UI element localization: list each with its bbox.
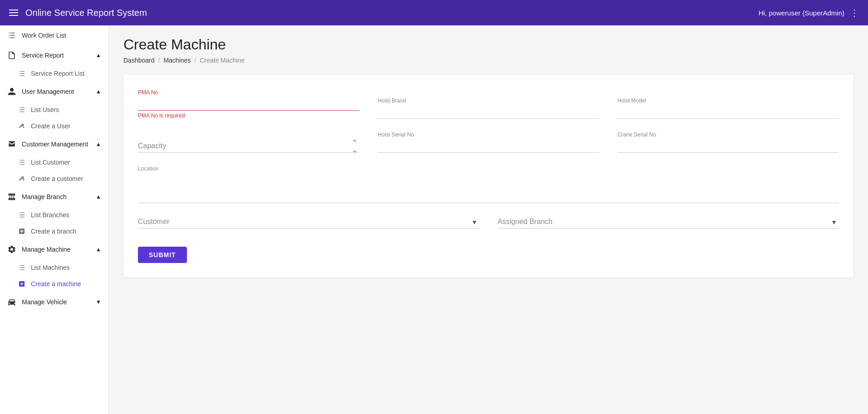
location-input[interactable] <box>138 174 839 203</box>
description-icon <box>7 51 16 60</box>
breadcrumb-current: Create Machine <box>200 57 245 64</box>
form-card: PMA No PMA No is required. Hoist Brand H… <box>123 75 853 278</box>
store-icon <box>7 140 16 149</box>
sidebar-item-create-machine[interactable]: Create a machine <box>0 276 108 292</box>
add-box-icon2 <box>18 280 25 287</box>
pma-no-label: PMA No <box>138 89 359 96</box>
hoist-serial-no-input[interactable] <box>378 140 599 153</box>
sidebar-item-user-management[interactable]: User Management ▲ <box>0 82 108 102</box>
hoist-model-label: Hoist Model <box>618 97 839 104</box>
person-add-icon <box>18 122 25 130</box>
sidebar-label-manage-machine: Manage Machine <box>22 246 70 253</box>
sidebar-item-create-branch[interactable]: Create a branch <box>0 223 108 239</box>
sidebar-label-manage-vehicle: Manage Vehicle <box>22 298 67 306</box>
pma-no-error: PMA No is required. <box>138 112 359 119</box>
pma-no-input[interactable] <box>138 97 359 111</box>
sidebar-item-list-customer[interactable]: List Customer <box>0 154 108 170</box>
chevron-up-icon5: ▲ <box>96 246 101 253</box>
sidebar-label-user-management: User Management <box>22 88 74 95</box>
sidebar-label-list-branches: List Branches <box>31 211 69 219</box>
sidebar-label-create-branch: Create a branch <box>31 228 76 235</box>
hoist-brand-label: Hoist Brand <box>378 97 599 104</box>
sidebar-label-work-order: Work Order List <box>22 32 66 39</box>
crane-serial-no-input[interactable] <box>618 140 839 153</box>
list-icon5 <box>18 264 25 271</box>
field-pma-no: PMA No PMA No is required. <box>138 89 359 119</box>
form-row-3: Location <box>138 166 839 203</box>
sidebar-label-service-report: Service Report <box>22 52 64 59</box>
sidebar: Work Order List Service Report ▲ Service… <box>0 25 109 414</box>
breadcrumb: Dashboard / Machines / Create Machine <box>123 57 853 64</box>
sidebar-item-customer-management[interactable]: Customer Management ▲ <box>0 134 108 154</box>
sidebar-item-service-report-list[interactable]: Service Report List <box>0 65 108 82</box>
sidebar-item-service-report[interactable]: Service Report ▲ <box>0 45 108 65</box>
list-icon3 <box>18 159 25 166</box>
chevron-up-icon: ▲ <box>96 52 101 58</box>
main-content: Create Machine Dashboard / Machines / Cr… <box>109 25 868 414</box>
sidebar-label-create-machine: Create a machine <box>31 280 81 287</box>
hoist-model-input[interactable] <box>618 106 839 119</box>
add-box-icon <box>18 228 25 235</box>
svg-rect-0 <box>9 194 10 195</box>
chevron-up-icon2: ▲ <box>96 88 101 95</box>
breadcrumb-sep1: / <box>158 57 160 64</box>
svg-rect-1 <box>11 194 12 195</box>
svg-rect-4 <box>11 198 12 200</box>
field-location: Location <box>138 166 839 203</box>
menu-icon[interactable] <box>9 10 18 16</box>
chevron-up-icon4: ▲ <box>96 194 101 200</box>
chevron-down-icon: ▼ <box>96 299 101 305</box>
sidebar-item-list-machines[interactable]: List Machines <box>0 259 108 276</box>
crane-serial-no-label: Crane Serial No <box>618 132 839 138</box>
user-greeting: Hi, poweruser (SuperAdmin) <box>759 9 844 17</box>
sidebar-label-list-customer: List Customer <box>31 159 70 166</box>
sidebar-item-list-users[interactable]: List Users <box>0 102 108 118</box>
field-customer: Customer ▼ <box>138 216 480 229</box>
assigned-branch-select[interactable]: Assigned Branch <box>498 216 839 228</box>
submit-button[interactable]: SUBMIT <box>138 247 187 263</box>
svg-rect-2 <box>13 194 15 195</box>
capacity-select[interactable]: Capacity <box>138 140 359 152</box>
chevron-up-icon3: ▲ <box>96 141 101 147</box>
list-icon4 <box>18 211 25 219</box>
person-add-icon2 <box>18 175 25 182</box>
hoist-serial-no-label: Hoist Serial No <box>378 132 599 138</box>
top-nav: Online Service Report System Hi, powerus… <box>0 0 868 25</box>
sidebar-item-manage-machine[interactable]: Manage Machine ▲ <box>0 239 108 259</box>
sidebar-label-list-machines: List Machines <box>31 264 70 271</box>
field-hoist-model: Hoist Model <box>618 97 839 119</box>
list-sub-icon <box>18 70 25 77</box>
sidebar-item-work-order-list[interactable]: Work Order List <box>0 25 108 45</box>
page-title: Create Machine <box>123 36 853 53</box>
sidebar-label-list-users: List Users <box>31 106 59 113</box>
breadcrumb-dashboard[interactable]: Dashboard <box>123 57 155 64</box>
capacity-select-wrapper[interactable]: Capacity ⌃ ⌄ <box>138 140 359 153</box>
list-icon2 <box>18 106 25 113</box>
assigned-branch-dropdown-wrapper[interactable]: Assigned Branch ▼ <box>498 216 839 229</box>
vehicle-icon <box>7 297 16 307</box>
person-icon <box>7 87 16 96</box>
sidebar-label-manage-branch: Manage Branch <box>22 193 67 200</box>
app-title: Online Service Report System <box>25 8 147 18</box>
sidebar-item-manage-branch[interactable]: Manage Branch ▲ <box>0 187 108 207</box>
breadcrumb-sep2: / <box>194 57 196 64</box>
sidebar-item-manage-vehicle[interactable]: Manage Vehicle ▼ <box>0 292 108 312</box>
customer-select[interactable]: Customer <box>138 216 480 228</box>
settings-icon <box>7 245 16 254</box>
field-capacity: Capacity ⌃ ⌄ <box>138 140 359 153</box>
branch-icon <box>7 192 16 201</box>
form-row-4: Customer ▼ Assigned Branch ▼ <box>138 216 839 229</box>
sidebar-label-create-customer: Create a customer <box>31 175 83 182</box>
sidebar-item-list-branches[interactable]: List Branches <box>0 207 108 223</box>
form-row-2: Capacity ⌃ ⌄ Hoist Serial No Crane Seria… <box>138 132 839 153</box>
field-assigned-branch: Assigned Branch ▼ <box>498 216 839 229</box>
customer-dropdown-wrapper[interactable]: Customer ▼ <box>138 216 480 229</box>
hoist-brand-input[interactable] <box>378 106 599 119</box>
breadcrumb-machines[interactable]: Machines <box>163 57 191 64</box>
sidebar-item-create-user[interactable]: Create a User <box>0 118 108 134</box>
field-hoist-brand: Hoist Brand <box>378 97 599 119</box>
more-options-icon[interactable]: ⋮ <box>850 7 859 18</box>
field-hoist-serial-no: Hoist Serial No <box>378 132 599 153</box>
location-label: Location <box>138 166 839 172</box>
sidebar-item-create-customer[interactable]: Create a customer <box>0 170 108 187</box>
